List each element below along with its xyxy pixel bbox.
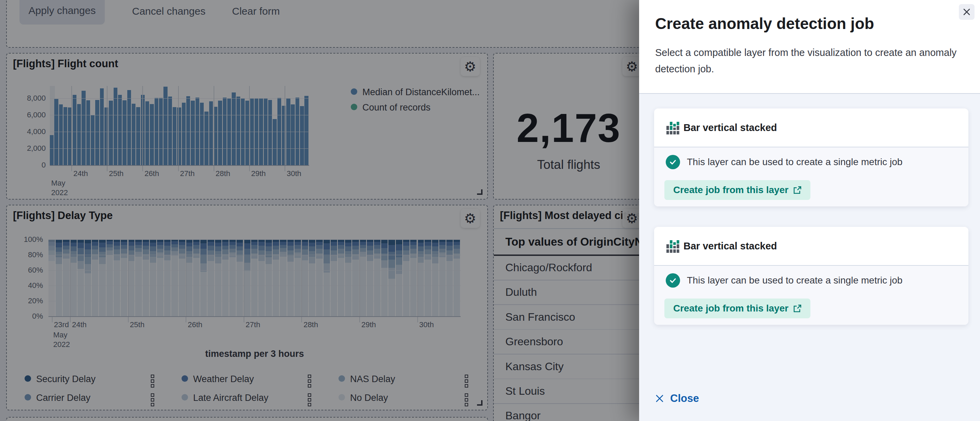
external-link-icon: [793, 186, 802, 194]
layer-card-body: This layer can be used to create a singl…: [654, 266, 969, 325]
app-root: Apply changes Cancel changes Clear form …: [0, 0, 980, 421]
layer-compatibility-text: This layer can be used to create a singl…: [687, 273, 902, 288]
layer-card-body: This layer can be used to create a singl…: [654, 148, 969, 207]
external-link-icon: [793, 304, 802, 313]
layer-compatibility-text: This layer can be used to create a singl…: [687, 155, 902, 169]
close-icon-button[interactable]: [959, 4, 975, 20]
layer-card: Bar vertical stacked This layer can be u…: [654, 227, 969, 325]
bar-vertical-stacked-icon: [667, 239, 679, 253]
layer-card-header: Bar vertical stacked: [654, 227, 969, 265]
flyout-description: Select a compatible layer from the visua…: [655, 44, 980, 77]
flyout-body: Bar vertical stacked This layer can be u…: [639, 94, 980, 421]
flyout-title: Create anomaly detection job: [655, 14, 874, 33]
layer-card-title: Bar vertical stacked: [684, 227, 777, 265]
bar-vertical-stacked-icon: [667, 121, 679, 135]
check-in-circle-icon: [666, 273, 680, 288]
layer-card-title: Bar vertical stacked: [684, 108, 777, 147]
flyout-close-link[interactable]: Close: [654, 392, 699, 405]
create-job-from-layer-button[interactable]: Create job from this layer: [664, 299, 810, 318]
create-anomaly-job-flyout: Create anomaly detection job Select a co…: [639, 0, 980, 421]
flyout-header: Create anomaly detection job Select a co…: [639, 0, 980, 94]
layer-card-header: Bar vertical stacked: [654, 108, 969, 147]
close-icon: [654, 393, 665, 404]
check-in-circle-icon: [666, 155, 680, 169]
close-icon: [962, 7, 972, 17]
overlay-mask: [0, 0, 640, 421]
layer-card: Bar vertical stacked This layer can be u…: [654, 108, 969, 207]
create-job-from-layer-button[interactable]: Create job from this layer: [664, 180, 810, 200]
